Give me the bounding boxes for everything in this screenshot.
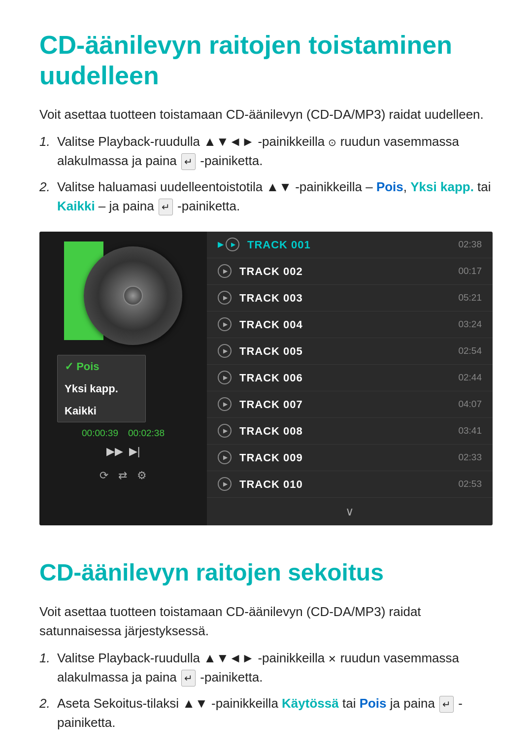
track-duration-007: 04:07	[458, 397, 482, 412]
playback-icon: ⊙	[328, 135, 336, 150]
track-name-005: TRACK 005	[239, 343, 458, 359]
section2-step2: 2. Aseta Sekoitus-tilaksi ▲▼ -painikkeil…	[39, 694, 493, 732]
track-list: TRACK 001 02:38 TRACK 002 00:17 TRACK 00…	[207, 232, 493, 525]
track-item-006[interactable]: TRACK 006 02:44	[207, 365, 493, 391]
track-play-btn-006[interactable]	[218, 371, 232, 384]
track-item-007[interactable]: TRACK 007 04:07	[207, 391, 493, 418]
track-duration-004: 03:24	[458, 317, 482, 332]
track-play-btn-003[interactable]	[218, 291, 232, 305]
kaytossa-label: Käytössä	[282, 696, 339, 711]
step3-num: 1.	[39, 649, 57, 668]
track-duration-002: 00:17	[458, 264, 482, 278]
track-play-btn-002[interactable]	[218, 264, 232, 278]
dropdown-kaikki[interactable]: Kaikki	[58, 400, 145, 422]
step1-text: Valitse Playback-ruudulla ▲▼◄► -painikke…	[57, 132, 493, 171]
track-duration-009: 02:33	[458, 450, 482, 465]
repeat-dropdown[interactable]: Pois Yksi kapp. Kaikki	[57, 355, 146, 422]
track-play-btn-001[interactable]	[226, 238, 239, 251]
step2-num: 2.	[39, 177, 57, 197]
section1-step2: 2. Valitse haluamasi uudelleentoistotila…	[39, 177, 493, 216]
track-name-010: TRACK 010	[239, 476, 458, 492]
track-name-009: TRACK 009	[239, 449, 458, 466]
section2-step1: 1. Valitse Playback-ruudulla ▲▼◄► -paini…	[39, 649, 493, 687]
section2-title: CD-äänilevyn raitojen sekoitus	[39, 555, 493, 590]
track-play-btn-008[interactable]	[218, 424, 232, 438]
scroll-down-btn[interactable]: ∨	[207, 498, 493, 525]
track-play-btn-009[interactable]	[218, 450, 232, 464]
track-play-btn-004[interactable]	[218, 317, 232, 331]
track-item-002[interactable]: TRACK 002 00:17	[207, 258, 493, 285]
enter-icon-3: ↵	[181, 670, 196, 687]
yksi-label: Yksi kapp.	[410, 179, 474, 194]
settings-icon[interactable]: ⚙	[137, 467, 147, 483]
track-name-006: TRACK 006	[239, 370, 458, 386]
left-panel: Pois Yksi kapp. Kaikki 00:00:39 00:02:38…	[39, 232, 207, 525]
kaikki-label: Kaikki	[57, 199, 95, 213]
track-name-002: TRACK 002	[239, 263, 458, 279]
section2-steps: 1. Valitse Playback-ruudulla ▲▼◄► -paini…	[39, 649, 493, 732]
section1-intro: Voit asettaa tuotteen toistamaan CD-ääni…	[39, 105, 493, 124]
track-play-btn-010[interactable]	[218, 477, 232, 491]
dropdown-pois[interactable]: Pois	[58, 355, 145, 378]
fast-forward-btn[interactable]: ▶▶	[106, 443, 123, 459]
track-name-004: TRACK 004	[239, 316, 458, 333]
track-duration-010: 02:53	[458, 477, 482, 491]
track-name-008: TRACK 008	[239, 423, 458, 439]
track-item-001[interactable]: TRACK 001 02:38	[207, 232, 493, 258]
enter-icon-2: ↵	[159, 199, 173, 215]
track-item-004[interactable]: TRACK 004 03:24	[207, 311, 493, 338]
track-duration-006: 02:44	[458, 371, 482, 385]
shuffle-playback-icon: ✕	[328, 652, 336, 666]
dropdown-yksi[interactable]: Yksi kapp.	[58, 378, 145, 400]
pois-label-2: Pois	[360, 696, 387, 711]
track-item-005[interactable]: TRACK 005 02:54	[207, 338, 493, 365]
time-display: 00:00:39 00:02:38	[47, 426, 199, 441]
track-play-btn-007[interactable]	[218, 397, 232, 411]
section1-title: CD-äänilevyn raitojen toistaminen uudell…	[39, 30, 493, 91]
step2-text: Valitse haluamasi uudelleentoistotila ▲▼…	[57, 177, 493, 216]
step4-num: 2.	[39, 694, 57, 713]
repeat-icon[interactable]: ⟳	[100, 467, 108, 483]
step3-text: Valitse Playback-ruudulla ▲▼◄► -painikke…	[57, 649, 493, 687]
bottom-controls[interactable]: ⟳ ⇄ ⚙	[100, 467, 147, 483]
screenshot-player: Pois Yksi kapp. Kaikki 00:00:39 00:02:38…	[39, 232, 493, 525]
track-item-010[interactable]: TRACK 010 02:53	[207, 471, 493, 498]
cd-center-hole	[123, 286, 143, 306]
track-item-008[interactable]: TRACK 008 03:41	[207, 418, 493, 445]
track-name-003: TRACK 003	[239, 290, 458, 306]
track-duration-003: 05:21	[458, 291, 482, 305]
cd-disc	[84, 246, 182, 345]
step1-num: 1.	[39, 132, 57, 151]
step4-text: Aseta Sekoitus-tilaksi ▲▼ -painikkeilla …	[57, 694, 493, 732]
track-name-007: TRACK 007	[239, 396, 458, 412]
track-item-009[interactable]: TRACK 009 02:33	[207, 445, 493, 471]
transport-controls[interactable]: ▶▶ ▶|	[106, 443, 140, 459]
track-play-btn-005[interactable]	[218, 344, 232, 358]
track-item-003[interactable]: TRACK 003 05:21	[207, 285, 493, 311]
next-track-btn[interactable]: ▶|	[129, 443, 140, 459]
time-current: 00:00:39	[82, 426, 118, 441]
cd-wrapper	[64, 241, 182, 350]
section1-steps: 1. Valitse Playback-ruudulla ▲▼◄► -paini…	[39, 132, 493, 216]
shuffle-icon[interactable]: ⇄	[118, 467, 127, 483]
enter-icon-1: ↵	[181, 153, 196, 170]
enter-icon-4: ↵	[439, 696, 454, 713]
track-duration-001: 02:38	[458, 238, 482, 252]
section2-intro: Voit asettaa tuotteen toistamaan CD-ääni…	[39, 602, 493, 641]
section1-step1: 1. Valitse Playback-ruudulla ▲▼◄► -paini…	[39, 132, 493, 171]
time-total: 00:02:38	[128, 426, 165, 441]
pois-label: Pois	[376, 179, 403, 194]
chevron-down-icon: ∨	[345, 503, 354, 520]
track-duration-005: 02:54	[458, 344, 482, 358]
track-duration-008: 03:41	[458, 424, 482, 438]
track-name-001: TRACK 001	[247, 237, 458, 253]
